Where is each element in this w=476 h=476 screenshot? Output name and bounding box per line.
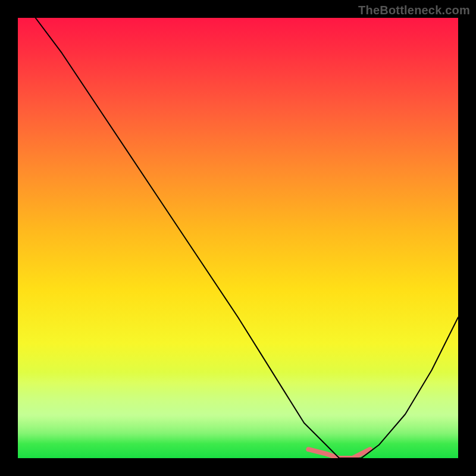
curve-line bbox=[36, 18, 458, 458]
watermark-text: TheBottleneck.com bbox=[358, 4, 470, 17]
trough-marker bbox=[308, 449, 370, 458]
plot-area bbox=[18, 18, 458, 458]
curve-svg bbox=[18, 18, 458, 458]
chart-container: TheBottleneck.com bbox=[0, 0, 476, 476]
